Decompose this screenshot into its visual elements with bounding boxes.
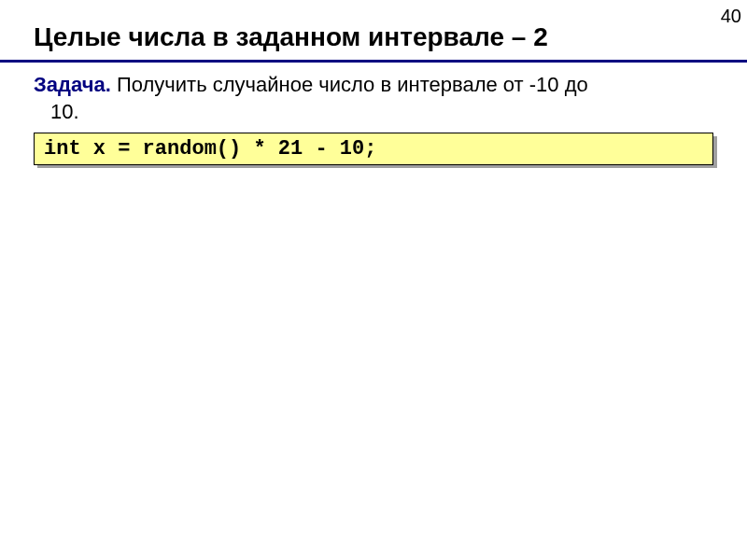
problem-label: Задача. (34, 73, 111, 96)
page-number: 40 (721, 6, 741, 27)
problem-body-line2: 10. (34, 99, 713, 126)
content-area: Задача. Получить случайное число в интер… (0, 63, 747, 165)
problem-body-line1: Получить случайное число в интервале от … (111, 73, 588, 96)
code-box: int x = random() * 21 - 10; (34, 133, 713, 165)
slide-title: Целые числа в заданном интервале – 2 (0, 0, 747, 63)
problem-statement: Задача. Получить случайное число в интер… (34, 72, 713, 125)
code-box-wrapper: int x = random() * 21 - 10; (34, 133, 713, 165)
